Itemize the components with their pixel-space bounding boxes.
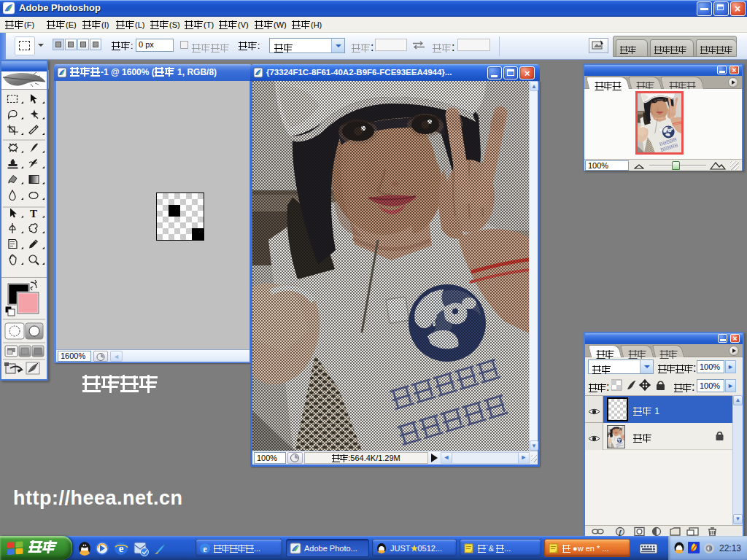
svg-text:e: e (203, 544, 207, 554)
svg-text:e: e (119, 542, 124, 554)
svg-text:T: T (30, 208, 37, 219)
